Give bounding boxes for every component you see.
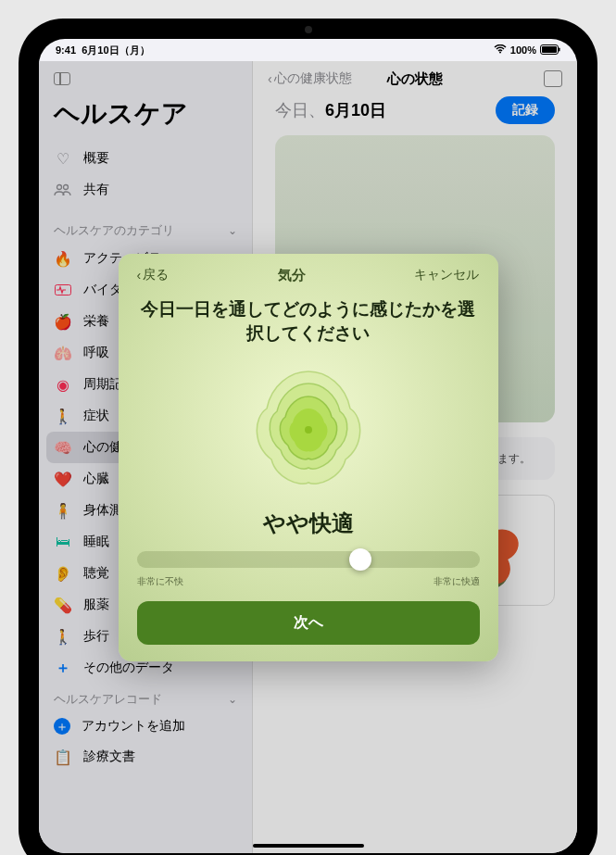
modal-back-button[interactable]: ‹ 戻る xyxy=(137,267,170,283)
modal-cancel-button[interactable]: キャンセル xyxy=(414,267,479,283)
status-date: 6月10日（月） xyxy=(82,44,149,56)
modal-back-label: 戻る xyxy=(143,267,169,283)
mood-modal: ‹ 戻る 気分 キャンセル 今日一日を通してどのように感じたかを選択してください xyxy=(119,254,498,661)
slider-track xyxy=(137,551,480,568)
next-button[interactable]: 次へ xyxy=(137,601,480,645)
wifi-icon xyxy=(494,44,507,56)
mood-shape-icon xyxy=(239,358,378,497)
mood-slider[interactable] xyxy=(137,551,480,568)
status-time: 9:41 xyxy=(56,44,76,56)
home-indicator[interactable] xyxy=(253,844,364,848)
slider-min-label: 非常に不快 xyxy=(137,575,183,588)
slider-thumb[interactable] xyxy=(349,548,371,571)
modal-overlay: ‹ 戻る 気分 キャンセル 今日一日を通してどのように感じたかを選択してください xyxy=(39,61,577,853)
modal-title: 気分 xyxy=(278,267,306,284)
status-bar: 9:41 6月10日（月） 100% xyxy=(39,39,577,61)
svg-rect-2 xyxy=(559,47,560,51)
slider-max-label: 非常に快適 xyxy=(434,575,480,588)
mood-label: やや快適 xyxy=(137,509,480,538)
svg-point-6 xyxy=(305,426,312,434)
svg-rect-1 xyxy=(542,46,557,53)
battery-percent: 100% xyxy=(510,44,536,56)
modal-heading: 今日一日を通してどのように感じたかを選択してください xyxy=(137,297,480,346)
battery-icon xyxy=(540,44,560,57)
chevron-left-icon: ‹ xyxy=(137,268,142,283)
